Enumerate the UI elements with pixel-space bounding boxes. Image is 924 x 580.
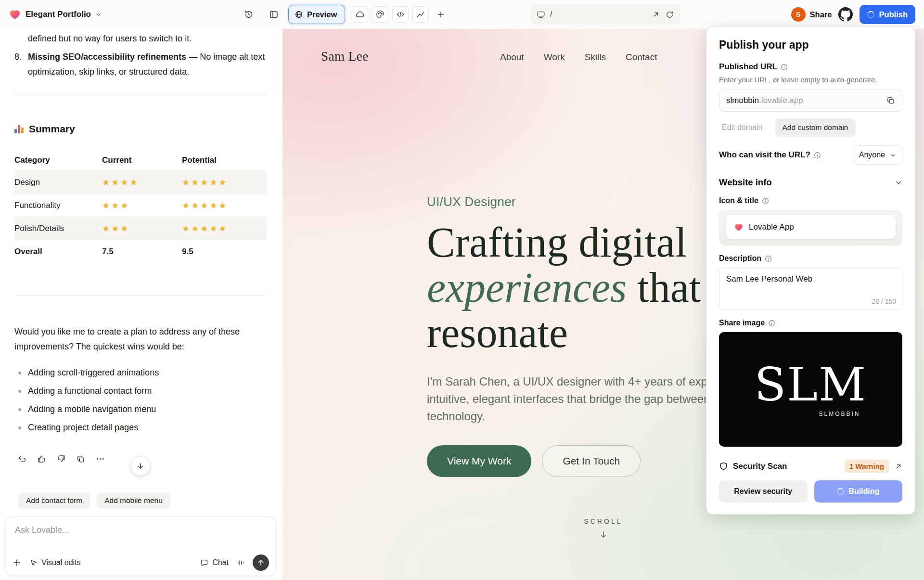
star-rating: ★★★★★ xyxy=(182,177,266,188)
building-button[interactable]: Building xyxy=(814,480,903,503)
shield-icon xyxy=(719,462,728,471)
cloud-icon[interactable] xyxy=(352,6,368,23)
star-rating: ★★★★★ xyxy=(182,200,266,211)
share-button[interactable]: S Share xyxy=(791,7,832,22)
chat-mode-button[interactable]: Chat xyxy=(200,558,229,567)
attach-plus-icon[interactable] xyxy=(12,558,22,567)
info-icon[interactable] xyxy=(765,255,772,262)
copy-icon[interactable] xyxy=(77,455,85,464)
assistant-text: defined but no way for users to switch t… xyxy=(14,32,266,45)
published-url-input[interactable]: slmobbin.lovable.app xyxy=(719,90,902,112)
table-row-overall: Overall 7.5 9.5 xyxy=(14,240,266,263)
project-name[interactable]: Elegant Portfolio xyxy=(26,10,91,19)
security-scan-row: Security Scan 1 Warning xyxy=(719,460,902,473)
avatar: S xyxy=(791,7,806,22)
publish-title: Publish your app xyxy=(719,39,902,52)
visit-label: Who can visit the URL? xyxy=(719,150,810,160)
thumbs-down-icon[interactable] xyxy=(57,454,66,464)
app-title: Lovable App xyxy=(749,222,794,232)
get-in-touch-button[interactable]: Get In Touch xyxy=(542,445,641,477)
add-custom-domain-button[interactable]: Add custom domain xyxy=(775,118,856,137)
star-rating: ★★★ xyxy=(102,223,182,234)
voice-input-icon[interactable] xyxy=(236,558,245,567)
nav-skills[interactable]: Skills xyxy=(585,52,606,63)
spinner-icon xyxy=(837,488,844,495)
device-icon[interactable] xyxy=(537,10,545,19)
chat-bubble-icon xyxy=(200,559,208,567)
publish-button[interactable]: Publish xyxy=(860,5,915,24)
char-counter: 20 / 150 xyxy=(872,297,896,305)
refresh-icon[interactable] xyxy=(666,11,674,19)
table-row: Design ★★★★ ★★★★★ xyxy=(14,171,266,194)
visibility-select[interactable]: Anyone xyxy=(853,145,902,165)
add-contact-form-chip[interactable]: Add contact form xyxy=(18,492,90,509)
summary-table: Category Current Potential Design ★★★★ ★… xyxy=(14,150,266,263)
site-nav: About Work Skills Contact xyxy=(500,52,657,63)
scroll-to-bottom-button[interactable] xyxy=(131,456,150,476)
star-rating: ★★★★★ xyxy=(182,223,266,234)
chat-panel: defined but no way for users to switch t… xyxy=(0,29,282,580)
add-mobile-menu-chip[interactable]: Add mobile menu xyxy=(97,492,170,509)
icon-title-card[interactable]: Lovable App xyxy=(719,210,902,245)
info-icon[interactable] xyxy=(762,197,769,205)
url-path[interactable]: / xyxy=(550,10,552,19)
table-header: Category Current Potential xyxy=(14,150,266,171)
open-external-icon[interactable] xyxy=(652,11,660,18)
info-icon[interactable] xyxy=(781,64,788,71)
star-rating: ★★★ xyxy=(102,200,182,211)
nav-about[interactable]: About xyxy=(500,52,524,63)
security-scan-label: Security Scan xyxy=(733,462,787,471)
sidebar-toggle-icon[interactable] xyxy=(266,6,282,23)
url-bar[interactable]: / xyxy=(530,5,680,24)
chat-message-area[interactable]: defined but no way for users to switch t… xyxy=(0,29,282,516)
summary-title: Summary xyxy=(29,123,75,135)
globe-icon xyxy=(295,10,303,19)
code-icon[interactable] xyxy=(392,6,409,23)
description-label: Description xyxy=(719,254,761,263)
github-icon[interactable] xyxy=(838,7,853,22)
cursor-icon xyxy=(29,559,38,567)
analytics-icon[interactable] xyxy=(412,6,429,23)
site-logo[interactable]: Sam Lee xyxy=(321,49,369,64)
add-tab-icon[interactable] xyxy=(433,6,449,23)
icon-title-label: Icon & title xyxy=(719,196,758,205)
chevron-down-icon xyxy=(890,152,896,158)
item-8-title: Missing SEO/accessibility refinements xyxy=(28,52,186,62)
website-info-section[interactable]: Website info xyxy=(719,177,902,188)
divider xyxy=(14,93,266,93)
description-textarea[interactable]: Sam Lee Personal Web 20 / 150 xyxy=(719,268,902,310)
list-item: Adding a mobile navigation menu xyxy=(14,402,266,416)
open-security-icon[interactable] xyxy=(895,463,902,470)
chevron-down-icon[interactable] xyxy=(895,179,902,186)
chat-composer[interactable]: Ask Lovable... Visual edits Chat xyxy=(5,516,276,576)
undo-icon[interactable] xyxy=(17,454,26,464)
history-icon[interactable] xyxy=(241,6,257,23)
share-image-preview[interactable]: SLM SLMOBBIN xyxy=(719,332,902,447)
copy-url-icon[interactable] xyxy=(886,96,895,105)
top-bar: Elegant Portfolio Preview xyxy=(0,0,924,29)
list-item: Creating project detail pages xyxy=(14,421,266,434)
suggestion-chips: Add contact form Add mobile menu xyxy=(18,492,266,509)
view-my-work-button[interactable]: View My Work xyxy=(427,445,531,477)
theme-palette-icon[interactable] xyxy=(372,6,388,23)
chevron-down-icon[interactable] xyxy=(95,11,102,18)
chat-input[interactable]: Ask Lovable... xyxy=(15,525,266,535)
nav-contact[interactable]: Contact xyxy=(626,52,657,63)
suggestion-list: Adding scroll-triggered animations Addin… xyxy=(14,366,266,434)
info-icon[interactable] xyxy=(768,320,775,327)
send-button[interactable] xyxy=(253,554,269,571)
bar-chart-icon xyxy=(14,125,24,133)
review-security-button[interactable]: Review security xyxy=(719,480,808,503)
preview-button[interactable]: Preview xyxy=(288,5,345,24)
publish-popover: Publish your app Published URL Enter you… xyxy=(706,26,915,515)
info-icon[interactable] xyxy=(814,152,821,159)
share-image-wordmark: SLM xyxy=(755,361,867,408)
list-item-8: 8. Missing SEO/accessibility refinements… xyxy=(14,50,266,79)
lovable-logo-icon[interactable] xyxy=(9,8,21,21)
assistant-text: Would you like me to create a plan to ad… xyxy=(14,324,265,354)
thumbs-up-icon[interactable] xyxy=(37,454,46,464)
nav-work[interactable]: Work xyxy=(544,52,565,63)
edit-domain-button[interactable]: Edit domain xyxy=(719,119,766,136)
visual-edits-button[interactable]: Visual edits xyxy=(29,558,81,567)
more-options-icon[interactable] xyxy=(96,454,105,464)
